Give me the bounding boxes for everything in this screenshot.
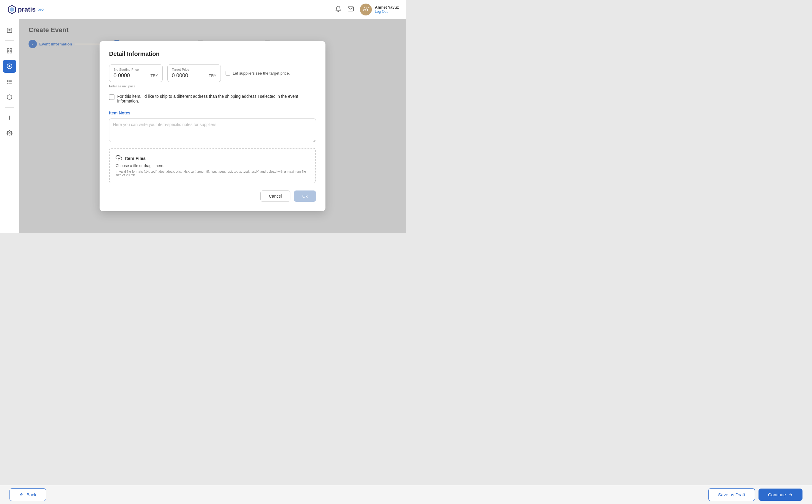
bid-price-inner: 0.0000 TRY bbox=[114, 73, 158, 79]
ok-button[interactable]: Ok bbox=[294, 190, 316, 202]
sidebar-divider-1 bbox=[5, 40, 14, 41]
target-price-visibility-label: Let suppliers see the target price. bbox=[233, 71, 290, 75]
logo-text: pratis bbox=[18, 6, 36, 13]
sidebar-item-gear[interactable] bbox=[3, 127, 16, 140]
main-content: Create Event ✓ Event Information 2 Items… bbox=[19, 19, 406, 233]
svg-point-13 bbox=[7, 80, 7, 81]
gear-icon bbox=[7, 130, 12, 136]
address-checkbox-row: For this item, I'd like to ship to a dif… bbox=[109, 94, 316, 103]
cancel-button[interactable]: Cancel bbox=[260, 190, 291, 202]
svg-rect-5 bbox=[7, 51, 9, 53]
file-upload-title: Item Files bbox=[125, 156, 146, 161]
different-address-checkbox[interactable] bbox=[109, 95, 114, 100]
svg-rect-4 bbox=[10, 49, 12, 51]
avatar: AY bbox=[360, 4, 372, 15]
target-price-visibility-checkbox-label[interactable]: Let suppliers see the target price. bbox=[226, 71, 290, 75]
sidebar-divider-2 bbox=[5, 107, 14, 108]
chart-icon bbox=[7, 115, 12, 121]
unit-price-hint: Enter as unit price bbox=[109, 84, 316, 88]
target-price-value: 0.0000 bbox=[172, 73, 188, 79]
list-icon bbox=[7, 79, 12, 85]
target-price-visibility-checkbox[interactable] bbox=[226, 71, 230, 75]
logout-link[interactable]: Log Out bbox=[375, 10, 399, 14]
bid-starting-price-field[interactable]: Bid Starting Price 0.0000 TRY bbox=[109, 64, 163, 82]
building-icon bbox=[7, 27, 12, 33]
mail-icon[interactable] bbox=[347, 6, 354, 13]
modal-title: Detail Information bbox=[109, 51, 316, 57]
file-upload-subtitle: Choose a file or drag it here. bbox=[116, 163, 309, 168]
modal-overlay: Detail Information Bid Starting Price 0.… bbox=[19, 19, 406, 233]
svg-point-19 bbox=[9, 133, 10, 134]
header-right: AY Ahmet Yavuz Log Out bbox=[335, 4, 399, 15]
target-price-field[interactable]: Target Price 0.0000 TRY bbox=[167, 64, 221, 82]
page-body: Create Event ✓ Event Information 2 Items… bbox=[0, 19, 406, 233]
sidebar bbox=[0, 19, 19, 233]
grid-icon bbox=[7, 48, 12, 54]
sidebar-item-add[interactable] bbox=[3, 60, 16, 73]
plus-icon bbox=[7, 63, 12, 69]
item-notes-section-label: Item Notes bbox=[109, 111, 316, 115]
modal-footer: Cancel Ok bbox=[109, 190, 316, 202]
upload-icon bbox=[116, 155, 122, 162]
different-address-label: For this item, I'd like to ship to a dif… bbox=[117, 94, 316, 103]
user-info: AY Ahmet Yavuz Log Out bbox=[360, 4, 399, 15]
user-details: Ahmet Yavuz Log Out bbox=[375, 5, 399, 14]
file-upload-hint: In valid file formats (.txt, .pdf, .doc,… bbox=[116, 170, 309, 177]
file-upload-area[interactable]: Item Files Choose a file or drag it here… bbox=[109, 148, 316, 183]
header: pratispro AY Ahmet Yavuz Log Out bbox=[0, 0, 406, 19]
svg-rect-3 bbox=[7, 49, 9, 51]
target-price-inner: 0.0000 TRY bbox=[172, 73, 216, 79]
price-row: Bid Starting Price 0.0000 TRY Target Pri… bbox=[109, 64, 316, 82]
sidebar-item-list[interactable] bbox=[3, 75, 16, 88]
sidebar-item-chart[interactable] bbox=[3, 111, 16, 124]
logo-icon bbox=[7, 5, 17, 14]
target-price-label: Target Price bbox=[172, 68, 216, 71]
svg-point-15 bbox=[7, 83, 7, 84]
modal: Detail Information Bid Starting Price 0.… bbox=[100, 41, 325, 211]
user-name: Ahmet Yavuz bbox=[375, 5, 399, 10]
sidebar-item-building[interactable] bbox=[3, 24, 16, 37]
svg-point-14 bbox=[7, 81, 7, 82]
svg-marker-1 bbox=[10, 7, 14, 12]
sidebar-item-box[interactable] bbox=[3, 91, 16, 104]
target-price-currency: TRY bbox=[209, 73, 216, 78]
file-upload-header: Item Files bbox=[116, 155, 309, 162]
notification-icon[interactable] bbox=[335, 6, 342, 13]
logo-pro: pro bbox=[37, 7, 44, 12]
svg-rect-6 bbox=[10, 51, 12, 53]
bid-starting-price-label: Bid Starting Price bbox=[114, 68, 158, 71]
sidebar-item-grid[interactable] bbox=[3, 44, 16, 57]
box-icon bbox=[7, 94, 12, 100]
bid-starting-price-currency: TRY bbox=[150, 73, 158, 78]
item-notes-textarea[interactable] bbox=[109, 118, 316, 142]
bid-starting-price-value: 0.0000 bbox=[114, 73, 130, 79]
logo: pratispro bbox=[7, 5, 44, 14]
